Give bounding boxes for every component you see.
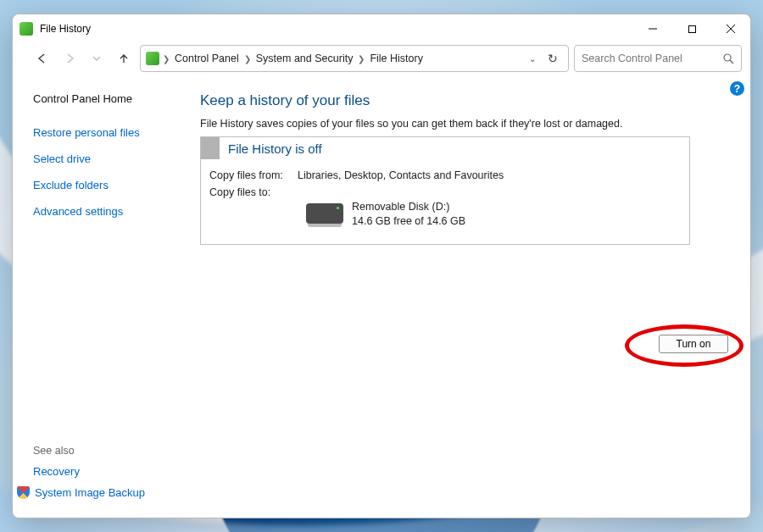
see-also-label: See also bbox=[33, 445, 177, 457]
copy-from-value: Libraries, Desktop, Contacts and Favouri… bbox=[298, 169, 504, 181]
shield-icon bbox=[17, 486, 30, 499]
sidebar: Control Panel Home Restore personal file… bbox=[13, 79, 187, 518]
advanced-settings-link[interactable]: Advanced settings bbox=[33, 205, 176, 218]
restore-personal-files-link[interactable]: Restore personal files bbox=[33, 126, 176, 139]
breadcrumb-item[interactable]: System and Security bbox=[254, 53, 355, 64]
body: Control Panel Home Restore personal file… bbox=[13, 79, 750, 518]
status-box: File History is off Copy files from: Lib… bbox=[200, 136, 690, 245]
refresh-button[interactable]: ↻ bbox=[548, 52, 558, 65]
breadcrumb-item[interactable]: Control Panel bbox=[173, 53, 241, 64]
copy-from-label: Copy files from: bbox=[209, 169, 298, 181]
control-panel-home-link[interactable]: Control Panel Home bbox=[33, 92, 176, 105]
content: Keep a history of your files File Histor… bbox=[187, 79, 750, 518]
close-button[interactable] bbox=[711, 14, 750, 43]
drive-icon bbox=[306, 203, 343, 224]
file-history-window: File History ❯ Control Panel ❯ bbox=[12, 14, 751, 518]
control-panel-icon bbox=[146, 52, 159, 65]
svg-rect-1 bbox=[688, 25, 695, 32]
back-button[interactable] bbox=[31, 47, 53, 70]
navbar: ❯ Control Panel ❯ System and Security ❯ … bbox=[13, 43, 750, 79]
chevron-down-icon[interactable]: ⌄ bbox=[529, 54, 536, 64]
chevron-right-icon: ❯ bbox=[358, 54, 365, 64]
status-swatch bbox=[201, 137, 220, 159]
maximize-button[interactable] bbox=[672, 14, 711, 43]
address-bar[interactable]: ❯ Control Panel ❯ System and Security ❯ … bbox=[140, 45, 569, 72]
copy-to-label: Copy files to: bbox=[209, 186, 298, 198]
system-image-backup-link[interactable]: System Image Backup bbox=[16, 486, 177, 499]
recent-locations-button[interactable] bbox=[86, 47, 108, 70]
svg-point-4 bbox=[724, 54, 731, 61]
chevron-right-icon: ❯ bbox=[163, 54, 170, 64]
file-history-icon bbox=[19, 22, 33, 36]
titlebar: File History bbox=[13, 14, 750, 43]
forward-button[interactable] bbox=[58, 47, 81, 70]
exclude-folders-link[interactable]: Exclude folders bbox=[33, 179, 176, 191]
search-box[interactable]: Search Control Panel bbox=[574, 45, 742, 72]
breadcrumb-item[interactable]: File History bbox=[368, 53, 425, 64]
help-icon[interactable]: ? bbox=[730, 81, 744, 96]
drive-free-space: 14.6 GB free of 14.6 GB bbox=[352, 214, 465, 229]
search-placeholder: Search Control Panel bbox=[582, 53, 682, 64]
page-heading: Keep a history of your files bbox=[200, 92, 733, 109]
minimize-button[interactable] bbox=[633, 14, 672, 43]
svg-line-5 bbox=[730, 60, 733, 64]
search-icon bbox=[722, 53, 734, 64]
select-drive-link[interactable]: Select drive bbox=[33, 152, 176, 165]
drive-name: Removable Disk (D:) bbox=[352, 200, 465, 214]
up-button[interactable] bbox=[113, 47, 135, 70]
status-title: File History is off bbox=[220, 141, 322, 156]
turn-on-button[interactable]: Turn on bbox=[659, 335, 728, 353]
window-title: File History bbox=[40, 23, 91, 35]
see-also-section: See also Recovery System Image Backup bbox=[33, 445, 177, 507]
chevron-right-icon: ❯ bbox=[244, 54, 251, 64]
recovery-link[interactable]: Recovery bbox=[16, 465, 177, 478]
page-description: File History saves copies of your files … bbox=[200, 118, 733, 130]
